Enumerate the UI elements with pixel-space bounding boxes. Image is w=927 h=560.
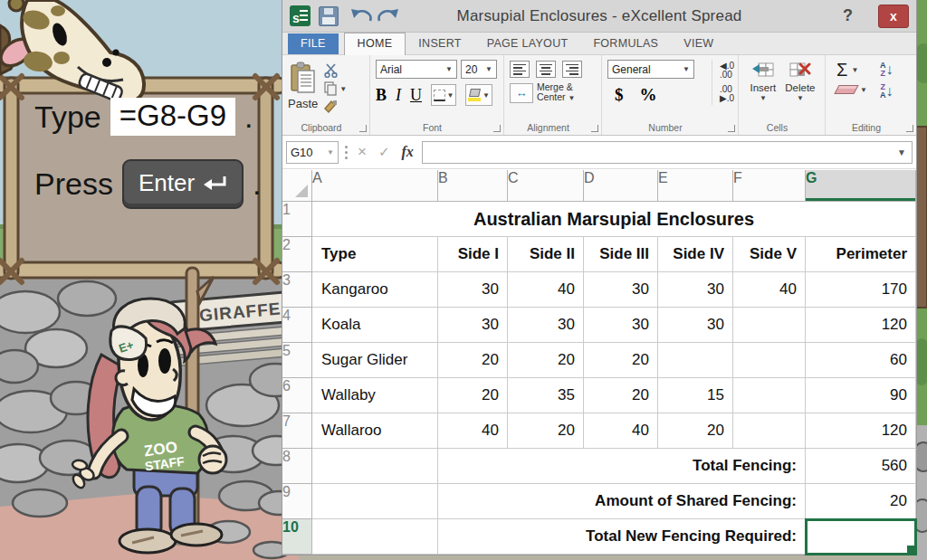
tab-file[interactable]: FILE	[288, 33, 339, 54]
cell-side1-row7[interactable]: 40	[438, 413, 508, 449]
delete-cells-button[interactable]: Delete ▼	[785, 62, 815, 102]
summary-label-row8[interactable]: Total Fencing:	[438, 449, 806, 484]
cell-type-wallaroo[interactable]: Wallaroo	[312, 413, 438, 449]
cell-side2-row4[interactable]: 30	[508, 308, 584, 343]
cell-side3-row5[interactable]: 20	[584, 343, 658, 378]
cell-a10[interactable]	[312, 519, 438, 555]
cell-side2-row6[interactable]: 35	[508, 378, 584, 413]
fill-handle[interactable]	[907, 546, 914, 553]
font-dialog-launcher[interactable]	[493, 125, 501, 132]
number-format-select[interactable]: General▼	[607, 60, 694, 79]
column-header-c[interactable]: C	[508, 170, 584, 202]
cell-type-sugar-glider[interactable]: Sugar Glider	[312, 343, 438, 378]
align-right-button[interactable]	[562, 61, 582, 78]
cell-type-koala[interactable]: Koala	[312, 308, 438, 343]
row-header-2[interactable]: 2	[282, 237, 312, 272]
cell-side5-row5[interactable]	[733, 343, 806, 378]
cell-side5-row6[interactable]	[733, 378, 806, 413]
cut-icon[interactable]	[323, 63, 339, 78]
autosum-button[interactable]: Σ▼	[836, 62, 867, 78]
font-family-select[interactable]: Arial▼	[376, 60, 457, 79]
tab-home[interactable]: HOME	[344, 33, 406, 55]
bold-button[interactable]: B	[376, 86, 387, 105]
row-header-5[interactable]: 5	[282, 343, 312, 378]
cell-perimeter-row4[interactable]: 120	[806, 308, 916, 343]
cell-side3-row6[interactable]: 20	[584, 378, 658, 413]
header-cell-side-i[interactable]: Side I	[438, 237, 508, 272]
align-center-button[interactable]	[536, 61, 556, 78]
cell-side4-row3[interactable]: 30	[658, 272, 733, 308]
clipboard-dialog-launcher[interactable]	[359, 125, 367, 132]
copy-button[interactable]: ▼	[323, 81, 347, 96]
summary-label-row10[interactable]: Total New Fencing Required:	[438, 519, 806, 555]
help-button[interactable]: ?	[843, 6, 853, 25]
row-header-3[interactable]: 3	[282, 272, 312, 308]
cell-side3-row3[interactable]: 30	[584, 272, 658, 308]
row-header-9[interactable]: 9	[282, 484, 312, 519]
row-header-7[interactable]: 7	[282, 413, 312, 449]
summary-value-row9[interactable]: 20	[806, 484, 916, 519]
font-size-select[interactable]: 20▼	[461, 60, 497, 79]
italic-button[interactable]: I	[396, 86, 401, 105]
cell-side4-row4[interactable]: 30	[658, 308, 733, 343]
cell-side2-row5[interactable]: 20	[508, 343, 584, 378]
cell-a8[interactable]	[312, 449, 438, 484]
cell-a9[interactable]	[312, 484, 438, 519]
borders-button[interactable]: ▼	[431, 84, 456, 106]
close-button[interactable]: x	[878, 5, 909, 28]
sort-za-button[interactable]: Z A ↓	[880, 83, 894, 100]
header-cell-side-ii[interactable]: Side II	[508, 237, 584, 272]
header-cell-type[interactable]: Type	[312, 237, 438, 272]
header-cell-side-iii[interactable]: Side III	[584, 237, 658, 272]
selected-cell-g10[interactable]	[806, 519, 916, 555]
column-header-e[interactable]: E	[658, 170, 733, 202]
tab-view[interactable]: VIEW	[671, 33, 726, 54]
cell-side4-row5[interactable]	[658, 343, 733, 378]
tab-formulas[interactable]: FORMULAS	[580, 33, 671, 54]
cell-type-kangaroo[interactable]: Kangaroo	[312, 272, 438, 308]
format-painter-icon[interactable]	[323, 100, 338, 114]
increase-decimal-button[interactable]: ◀.0 .00	[720, 62, 734, 80]
cell-side5-row3[interactable]: 40	[733, 272, 806, 308]
select-all-corner[interactable]	[282, 170, 312, 202]
cell-side2-row7[interactable]: 20	[508, 413, 584, 449]
underline-button[interactable]: U	[410, 86, 422, 105]
paste-button[interactable]: Paste	[288, 60, 318, 114]
decrease-decimal-button[interactable]: .00 ▶.0	[720, 85, 734, 103]
cell-side1-row4[interactable]: 30	[438, 308, 508, 343]
cell-side4-row6[interactable]: 15	[658, 378, 733, 413]
fill-color-button[interactable]: ▼	[465, 84, 492, 106]
sheet-title-cell[interactable]: Australian Marsupial Enclosures	[312, 202, 916, 237]
sort-az-button[interactable]: A Z ↓	[880, 62, 894, 78]
header-cell-side-v[interactable]: Side V	[733, 237, 806, 272]
expand-formula-bar-icon[interactable]: ▼	[897, 147, 906, 157]
header-cell-perimeter[interactable]: Perimeter	[806, 237, 916, 272]
cell-perimeter-row6[interactable]: 90	[806, 378, 916, 413]
row-header-1[interactable]: 1	[282, 202, 312, 237]
cell-side5-row4[interactable]	[733, 308, 806, 343]
editing-dialog-launcher[interactable]	[906, 125, 913, 132]
insert-cells-button[interactable]: Insert ▼	[750, 62, 776, 102]
confirm-entry-button[interactable]: ✓	[375, 144, 394, 160]
name-box[interactable]: G10▼	[286, 141, 339, 164]
row-header-6[interactable]: 6	[282, 378, 312, 413]
row-header-8[interactable]: 8	[282, 449, 312, 484]
undo-button[interactable]	[349, 5, 375, 27]
cell-type-wallaby[interactable]: Wallaby	[312, 378, 438, 413]
tab-page-layout[interactable]: PAGE LAYOUT	[474, 33, 581, 54]
cell-side5-row7[interactable]	[733, 413, 806, 449]
percent-button[interactable]: %	[640, 85, 657, 105]
cell-perimeter-row3[interactable]: 170	[806, 272, 916, 308]
tab-insert[interactable]: INSERT	[406, 33, 473, 54]
cell-side4-row7[interactable]: 20	[658, 413, 733, 449]
column-header-d[interactable]: D	[584, 170, 658, 202]
cell-side1-row3[interactable]: 30	[438, 272, 508, 308]
cell-side2-row3[interactable]: 40	[508, 272, 584, 308]
formula-input[interactable]: ▼	[422, 141, 913, 164]
alignment-dialog-launcher[interactable]	[591, 125, 598, 132]
number-dialog-launcher[interactable]	[728, 125, 735, 132]
cell-side3-row7[interactable]: 40	[584, 413, 658, 449]
cell-perimeter-row7[interactable]: 120	[806, 413, 916, 449]
clear-button[interactable]: ▼	[836, 85, 867, 94]
column-header-f[interactable]: F	[733, 170, 806, 202]
